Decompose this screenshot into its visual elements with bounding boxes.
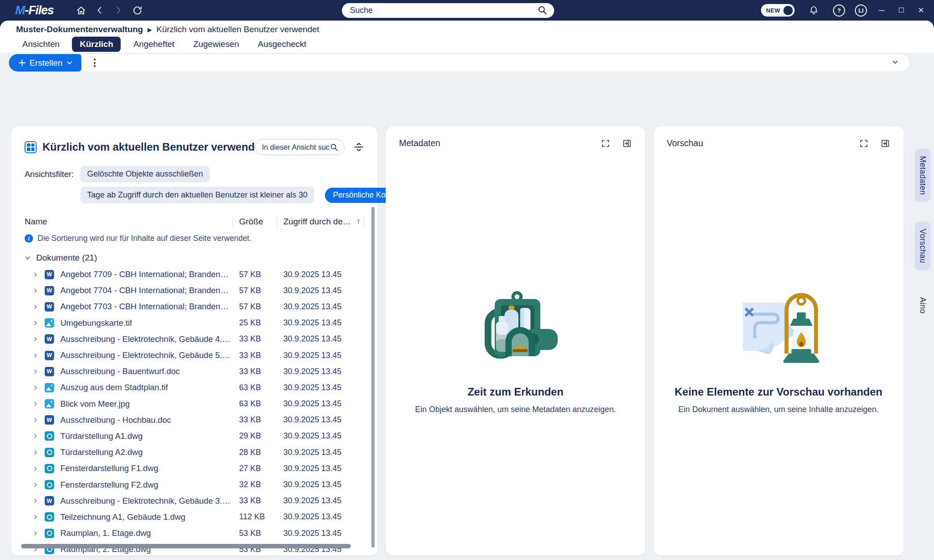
table-row[interactable]: Ausschreibung - Elektrotechnik, Gebäude … bbox=[25, 331, 364, 347]
table-row[interactable]: Ausschreibung - Hochbau.doc 33 KB 30.9.2… bbox=[25, 412, 364, 428]
collapse-all-icon[interactable] bbox=[353, 142, 364, 152]
rail-tab-vorschau[interactable]: Vorschau bbox=[915, 222, 930, 270]
table-row[interactable]: Fensterdarstellung F1.dwg 27 KB 30.9.202… bbox=[25, 460, 364, 476]
table-row[interactable]: Ausschreibung - Elektrotechnik, Gebäude … bbox=[25, 347, 364, 363]
more-actions-icon[interactable] bbox=[91, 56, 98, 70]
expand-chevron-icon[interactable] bbox=[33, 498, 38, 504]
table-row[interactable]: Raumplan, 1. Etage.dwg 53 KB 30.9.2025 1… bbox=[25, 525, 364, 541]
view-filter-label: Ansichtsfilter: bbox=[25, 169, 80, 179]
info-icon: i bbox=[25, 234, 33, 243]
column-header-name[interactable]: Name bbox=[25, 217, 232, 227]
logo-m: M bbox=[15, 4, 25, 17]
tab-ausgecheckt[interactable]: Ausgecheckt bbox=[252, 37, 313, 52]
minimize-button[interactable]: ─ bbox=[877, 6, 887, 15]
table-row[interactable]: Auszug aus dem Stadtplan.tif 63 KB 30.9.… bbox=[25, 379, 364, 396]
file-accessed-date: 30.9.2025 13.45 bbox=[283, 448, 353, 457]
expand-chevron-icon[interactable] bbox=[33, 514, 38, 520]
tab-angeheftet[interactable]: Angeheftet bbox=[127, 37, 181, 52]
search-icon[interactable] bbox=[329, 143, 339, 152]
expand-chevron-icon[interactable] bbox=[33, 385, 38, 391]
table-row[interactable]: Türdarstellung A1.dwg 29 KB 30.9.2025 13… bbox=[25, 428, 364, 444]
notifications-bell-icon[interactable] bbox=[808, 5, 819, 16]
home-icon[interactable] bbox=[76, 5, 86, 16]
expand-chevron-icon[interactable] bbox=[33, 482, 38, 488]
expand-chevron-icon[interactable] bbox=[33, 466, 38, 472]
file-size: 29 KB bbox=[239, 431, 270, 441]
close-button[interactable]: × bbox=[916, 4, 926, 16]
column-header-size[interactable]: Größe bbox=[239, 217, 270, 227]
plus-icon bbox=[19, 59, 25, 66]
expand-chevron-icon[interactable] bbox=[33, 401, 38, 407]
expand-chevron-icon[interactable] bbox=[33, 369, 38, 375]
rail-tab-aino[interactable]: Aino bbox=[915, 290, 930, 321]
file-size: 33 KB bbox=[239, 367, 270, 376]
group-header-dokumente[interactable]: Dokumente (21) bbox=[25, 251, 364, 265]
file-accessed-date: 30.9.2025 13.45 bbox=[283, 512, 353, 522]
new-ui-toggle[interactable]: NEW bbox=[761, 4, 795, 17]
expand-chevron-icon[interactable] bbox=[33, 531, 38, 536]
expand-chevron-icon[interactable] bbox=[33, 433, 38, 439]
word-file-icon bbox=[45, 286, 54, 295]
file-name: Fensterdarstellung F2.dwg bbox=[60, 480, 158, 490]
breadcrumb-root[interactable]: Muster-Dokumentenverwaltung bbox=[16, 25, 143, 34]
tab-ansichten[interactable]: Ansichten bbox=[16, 37, 66, 52]
table-row[interactable]: Angebot 7704 - CBH International; Brande… bbox=[25, 282, 364, 299]
view-header: Kürzlich vom aktuellen Benutzer verwende… bbox=[25, 139, 364, 155]
m-files-window: M-Files NEW ? LI bbox=[0, 0, 934, 560]
expand-chevron-icon[interactable] bbox=[33, 304, 38, 310]
expand-chevron-icon[interactable] bbox=[33, 336, 38, 342]
vertical-scrollbar[interactable] bbox=[371, 207, 374, 547]
table-header: Name Größe Zugriff durch den... ↑ bbox=[25, 215, 364, 228]
filter-chip-days[interactable]: Tage ab Zugriff durch den aktuellen Benu… bbox=[80, 187, 314, 203]
m-files-logo[interactable]: M-Files bbox=[15, 4, 54, 17]
dwg-file-icon bbox=[45, 431, 54, 441]
expand-chevron-icon[interactable] bbox=[33, 353, 38, 358]
filter-chip-deleted[interactable]: Gelöschte Objekte ausschließen bbox=[80, 166, 210, 182]
image-file-icon bbox=[45, 399, 54, 408]
logo-rest: -Files bbox=[25, 4, 54, 17]
file-size: 25 KB bbox=[239, 318, 270, 328]
rail-tab-metadaten[interactable]: Metadaten bbox=[915, 149, 930, 202]
maximize-button[interactable]: ☐ bbox=[896, 6, 906, 14]
expand-chevron-icon[interactable] bbox=[33, 417, 38, 423]
horizontal-scrollbar[interactable] bbox=[21, 544, 351, 548]
user-avatar[interactable]: LI bbox=[855, 4, 867, 17]
column-header-accessed[interactable]: Zugriff durch den... bbox=[283, 217, 353, 227]
expand-chevron-icon[interactable] bbox=[33, 450, 38, 455]
file-name: Ausschreibung - Elektrotechnik, Gebäude … bbox=[60, 334, 232, 344]
table-row[interactable]: Teilzeichnung A1, Gebäude 1.dwg 112 KB 3… bbox=[25, 509, 364, 525]
toolbar-expand-chevron-icon[interactable] bbox=[892, 59, 899, 67]
metadata-empty-title: Zeit zum Erkunden bbox=[467, 386, 564, 398]
table-row[interactable]: Angebot 7709 - CBH International; Brande… bbox=[25, 266, 364, 282]
expand-chevron-icon[interactable] bbox=[33, 272, 38, 278]
table-row[interactable]: Blick vom Meer.jpg 63 KB 30.9.2025 13.45 bbox=[25, 396, 364, 412]
column-divider bbox=[277, 217, 277, 227]
table-row[interactable]: Fensterdarstellung F2.dwg 32 KB 30.9.202… bbox=[25, 476, 364, 493]
preview-empty-title: Keine Elemente zur Vorschau vorhanden bbox=[674, 386, 882, 398]
forward-icon[interactable] bbox=[113, 5, 124, 16]
table-row[interactable]: Raumplan, 3. Etage.dwg 53 KB 30.9.2025 1… bbox=[25, 557, 364, 560]
help-icon[interactable]: ? bbox=[833, 4, 845, 17]
backpack-illustration bbox=[471, 286, 560, 371]
breadcrumb-separator-icon: ▶ bbox=[147, 26, 152, 33]
back-icon[interactable] bbox=[94, 5, 105, 16]
table-row[interactable]: Türdarstellung A2.dwg 28 KB 30.9.2025 13… bbox=[25, 444, 364, 460]
file-size: 63 KB bbox=[239, 383, 270, 392]
tab-kuerzlich[interactable]: Kürzlich bbox=[72, 37, 121, 52]
tab-zugewiesen[interactable]: Zugewiesen bbox=[187, 37, 245, 52]
table-row[interactable]: Angebot 7703 - CBH International; Brande… bbox=[25, 299, 364, 315]
refresh-icon[interactable] bbox=[132, 5, 143, 16]
file-name: Umgebungskarte.tif bbox=[60, 318, 132, 328]
create-button[interactable]: Erstellen bbox=[9, 54, 81, 72]
sort-ascending-icon[interactable]: ↑ bbox=[353, 217, 364, 226]
table-row[interactable]: Ausschreibung - Elektrotechnik, Gebäude … bbox=[25, 493, 364, 509]
word-file-icon bbox=[45, 334, 54, 344]
search-icon[interactable] bbox=[537, 5, 548, 16]
global-search-input[interactable] bbox=[350, 6, 537, 15]
file-name: Fensterdarstellung F1.dwg bbox=[60, 463, 158, 473]
expand-chevron-icon[interactable] bbox=[33, 320, 38, 326]
view-search-input[interactable] bbox=[262, 143, 329, 152]
table-row[interactable]: Ausschreibung - Bauentwurf.doc 33 KB 30.… bbox=[25, 363, 364, 379]
expand-chevron-icon[interactable] bbox=[33, 288, 38, 294]
table-row[interactable]: Umgebungskarte.tif 25 KB 30.9.2025 13.45 bbox=[25, 315, 364, 331]
